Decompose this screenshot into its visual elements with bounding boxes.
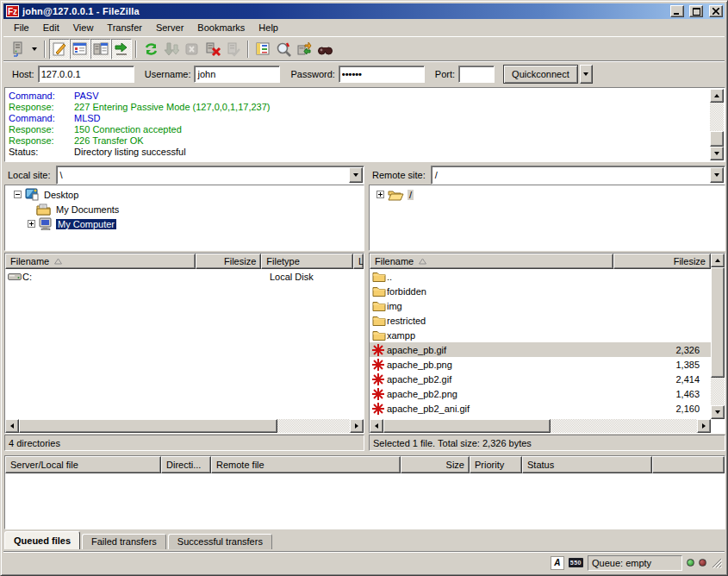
menu-view[interactable]: View xyxy=(66,20,101,35)
scroll-thumb[interactable] xyxy=(19,419,277,433)
file-row[interactable]: apache_pb2.gif 2,414 xyxy=(370,372,711,386)
scroll-track[interactable] xyxy=(383,419,697,433)
file-row[interactable]: apache_pb.png 1,385 xyxy=(370,357,711,372)
toggle-remote-tree-button[interactable] xyxy=(90,39,111,59)
tree-item-my-computer[interactable]: My Computer xyxy=(5,216,364,231)
scroll-left-button[interactable] xyxy=(370,419,383,433)
file-name: xampp xyxy=(387,330,616,341)
toggle-local-tree-button[interactable] xyxy=(70,39,90,59)
menu-file[interactable]: File xyxy=(7,20,36,35)
minimize-button[interactable] xyxy=(670,5,684,17)
menu-server[interactable]: Server xyxy=(149,20,190,35)
port-input[interactable] xyxy=(458,66,495,83)
scroll-track[interactable] xyxy=(711,267,725,405)
remote-tree-toggle-icon xyxy=(93,41,109,57)
file-row[interactable]: apache_pb2.png 1,463 xyxy=(370,386,711,401)
collapse-expander-icon[interactable] xyxy=(14,191,22,198)
directory-comparison-button[interactable] xyxy=(273,39,294,59)
remote-list-hscrollbar[interactable] xyxy=(370,419,711,433)
column-header-filesize[interactable]: Filesize xyxy=(196,254,261,269)
scroll-left-button[interactable] xyxy=(5,419,19,433)
scroll-up-button[interactable] xyxy=(711,254,725,267)
scroll-down-button[interactable] xyxy=(711,405,725,419)
cancel-button[interactable] xyxy=(182,39,202,59)
remote-site-combo-drop[interactable] xyxy=(710,167,724,183)
resize-grip-icon[interactable] xyxy=(711,557,722,568)
scroll-thumb[interactable] xyxy=(710,131,724,147)
tree-item-label[interactable]: My Documents xyxy=(54,204,121,215)
quickconnect-bar: Host: Username: Password: Port: Quickcon… xyxy=(3,60,725,87)
scroll-thumb[interactable] xyxy=(383,419,551,433)
speed-limit-icon[interactable]: 550 xyxy=(569,558,583,567)
reconnect-button[interactable] xyxy=(223,39,244,59)
column-header-status[interactable]: Status xyxy=(522,456,652,473)
quickconnect-dropdown-button[interactable] xyxy=(580,65,593,84)
column-header-last-modified[interactable]: L xyxy=(353,254,364,269)
expand-expander-icon[interactable] xyxy=(28,220,35,228)
menu-edit[interactable]: Edit xyxy=(36,20,66,35)
file-row[interactable]: xampp xyxy=(370,328,711,342)
column-header-size[interactable]: Size xyxy=(401,456,470,473)
remote-site-bar: Remote site: / xyxy=(369,165,725,185)
menu-transfer[interactable]: Transfer xyxy=(100,20,149,35)
file-row[interactable]: apache_pb2_ani.gif 2,160 xyxy=(370,401,711,416)
local-site-combo[interactable]: \ xyxy=(56,166,364,185)
tab-queued-files[interactable]: Queued files xyxy=(4,531,80,549)
tree-item-label[interactable]: Desktop xyxy=(42,190,80,200)
tree-item-root[interactable]: / xyxy=(370,187,725,202)
column-header-filetype[interactable]: Filetype xyxy=(261,254,353,269)
file-row-c-drive[interactable]: C: Local Disk xyxy=(5,269,364,284)
remote-list-vscrollbar[interactable] xyxy=(711,254,725,419)
scroll-right-button[interactable] xyxy=(350,419,364,433)
scroll-track[interactable] xyxy=(710,103,724,147)
directory-filters-button[interactable] xyxy=(252,39,273,59)
remote-site-combo[interactable]: / xyxy=(431,166,725,185)
tree-item-desktop[interactable]: Desktop xyxy=(5,187,364,202)
column-header-filename[interactable]: Filename xyxy=(5,254,196,269)
local-list-hscrollbar[interactable] xyxy=(5,419,364,433)
scroll-right-button[interactable] xyxy=(697,419,711,433)
tree-item-my-documents[interactable]: My Documents xyxy=(5,202,364,216)
scroll-down-button[interactable] xyxy=(710,147,724,160)
file-row[interactable]: .. xyxy=(370,269,711,284)
menu-bookmarks[interactable]: Bookmarks xyxy=(190,20,252,35)
tree-item-label[interactable]: My Computer xyxy=(56,219,116,229)
close-button[interactable] xyxy=(709,5,723,17)
file-row[interactable]: forbidden xyxy=(370,284,711,298)
synchronized-browsing-button[interactable] xyxy=(294,39,314,59)
log-line-text: 226 Transfer OK xyxy=(74,135,144,147)
site-manager-dropdown-button[interactable] xyxy=(28,40,40,59)
tab-failed-transfers[interactable]: Failed transfers xyxy=(82,534,166,549)
expand-expander-icon[interactable] xyxy=(376,191,384,198)
refresh-button[interactable] xyxy=(140,39,161,59)
column-header-filesize[interactable]: Filesize xyxy=(613,254,711,269)
disconnect-button[interactable] xyxy=(202,39,223,59)
scroll-up-button[interactable] xyxy=(710,89,724,103)
toggle-transfer-queue-button[interactable] xyxy=(111,39,132,59)
file-row[interactable]: img xyxy=(370,298,711,313)
column-header-remote-file[interactable]: Remote file xyxy=(211,456,401,473)
username-input[interactable] xyxy=(194,66,280,83)
site-manager-button[interactable] xyxy=(8,39,28,59)
tab-successful-transfers[interactable]: Successful transfers xyxy=(168,534,272,549)
find-files-button[interactable] xyxy=(314,39,335,59)
maximize-button[interactable] xyxy=(689,5,703,17)
log-scrollbar[interactable] xyxy=(710,89,724,160)
quickconnect-button[interactable]: Quickconnect xyxy=(503,65,578,84)
password-input[interactable] xyxy=(339,66,425,83)
column-header-server-local-file[interactable]: Server/Local file xyxy=(5,456,161,473)
file-row[interactable]: restricted xyxy=(370,313,711,328)
local-site-combo-drop[interactable] xyxy=(349,167,363,183)
menu-help[interactable]: Help xyxy=(252,20,285,35)
column-header-direction[interactable]: Directi... xyxy=(161,456,211,473)
scroll-thumb[interactable] xyxy=(711,267,725,378)
title-bar[interactable]: Fz john@127.0.0.1 - FileZilla xyxy=(3,3,725,19)
column-header-priority[interactable]: Priority xyxy=(470,456,522,473)
toggle-message-log-button[interactable] xyxy=(49,39,70,59)
scroll-track[interactable] xyxy=(19,419,350,433)
host-input[interactable] xyxy=(38,66,134,83)
tree-item-label[interactable]: / xyxy=(408,190,414,200)
file-row-selected[interactable]: apache_pb.gif 2,326 xyxy=(370,342,711,357)
column-header-filename[interactable]: Filename xyxy=(370,254,613,269)
process-queue-button[interactable] xyxy=(161,39,182,59)
